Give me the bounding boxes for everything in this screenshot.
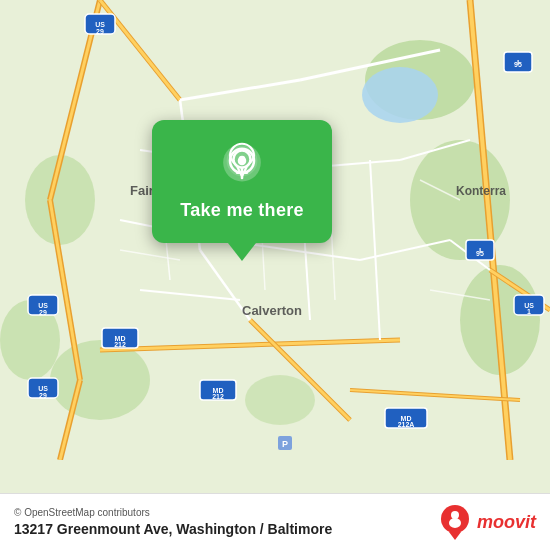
svg-text:212A: 212A bbox=[398, 421, 415, 428]
svg-text:Calverton: Calverton bbox=[242, 303, 302, 318]
svg-text:US: US bbox=[38, 385, 48, 392]
svg-text:29: 29 bbox=[96, 28, 104, 35]
bottom-bar: © OpenStreetMap contributors 13217 Green… bbox=[0, 493, 550, 550]
moovit-text: moovit bbox=[477, 512, 536, 533]
svg-text:US: US bbox=[38, 302, 48, 309]
popup-tail bbox=[228, 243, 256, 261]
take-me-there-button[interactable]: Take me there bbox=[180, 200, 304, 221]
svg-text:95: 95 bbox=[476, 250, 484, 257]
svg-text:29: 29 bbox=[39, 309, 47, 316]
svg-point-5 bbox=[50, 340, 150, 420]
svg-text:P: P bbox=[282, 439, 288, 449]
svg-point-8 bbox=[362, 67, 438, 123]
popup-container: Take me there bbox=[152, 120, 332, 261]
moovit-icon bbox=[437, 504, 473, 540]
svg-text:212: 212 bbox=[114, 341, 126, 348]
bottom-left-info: © OpenStreetMap contributors 13217 Green… bbox=[14, 507, 332, 537]
svg-text:US: US bbox=[95, 21, 105, 28]
map-pin-icon bbox=[218, 142, 266, 190]
svg-text:Konterra: Konterra bbox=[456, 184, 506, 198]
svg-text:29: 29 bbox=[39, 392, 47, 399]
svg-point-85 bbox=[239, 156, 246, 163]
svg-point-7 bbox=[245, 375, 315, 425]
svg-point-89 bbox=[451, 511, 459, 519]
moovit-logo: moovit bbox=[437, 504, 536, 540]
svg-text:95: 95 bbox=[514, 61, 522, 68]
address-text: 13217 Greenmount Ave, Washington / Balti… bbox=[14, 521, 332, 537]
popup-box: Take me there bbox=[152, 120, 332, 243]
svg-text:1: 1 bbox=[527, 308, 531, 315]
svg-text:212: 212 bbox=[212, 393, 224, 400]
map-container: US 29 US 29 US 29 I 95 I 95 MD 212 MD 21… bbox=[0, 0, 550, 550]
osm-credit: © OpenStreetMap contributors bbox=[14, 507, 332, 518]
svg-point-90 bbox=[449, 518, 461, 528]
svg-marker-91 bbox=[449, 532, 461, 540]
